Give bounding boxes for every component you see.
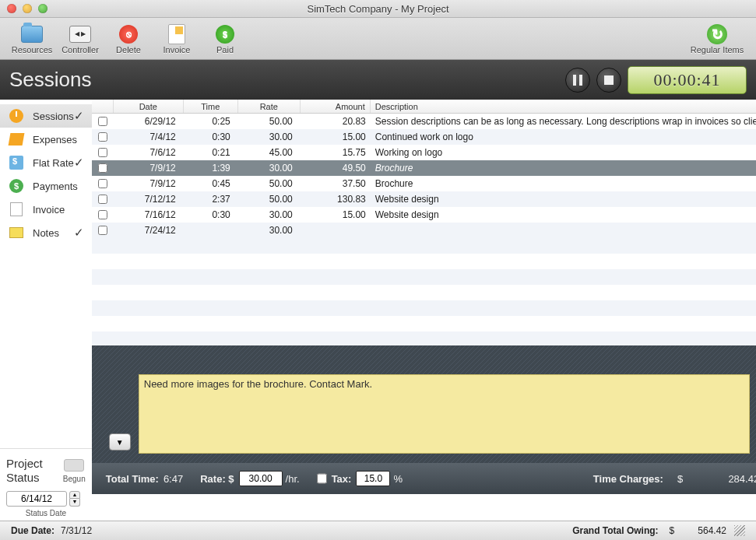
due-date-value: 7/31/12: [61, 525, 92, 536]
total-time-value: 6:47: [164, 473, 183, 485]
cell-description: Working on logo: [371, 145, 756, 160]
page-title: Sessions: [9, 68, 92, 92]
row-checkbox[interactable]: [98, 179, 107, 188]
table-row[interactable]: 7/4/120:3030.0015.00Continued work on lo…: [92, 129, 756, 145]
row-checkbox[interactable]: [98, 226, 107, 235]
cell-time: 0:45: [184, 176, 238, 191]
resize-handle[interactable]: [734, 525, 745, 536]
payments-icon: $: [9, 179, 23, 193]
window-title: SimTech Company - My Project: [0, 3, 756, 15]
cell-description: Website design: [371, 207, 756, 223]
cell-amount: 130.83: [301, 191, 371, 207]
cell-description: Website design: [371, 191, 756, 207]
toolbar: Resources ◀▶Controller ⦸Delete Invoice $…: [0, 18, 756, 60]
controller-button[interactable]: ◀▶Controller: [56, 23, 104, 54]
regular-items-button[interactable]: ↻Regular Items: [686, 23, 748, 54]
sidebar-item-notes[interactable]: Notes✓: [0, 221, 92, 244]
cell-date: 6/29/12: [114, 114, 184, 129]
delete-icon: ⦸: [119, 25, 138, 44]
sidebar-item-label: Payments: [33, 181, 78, 192]
cell-description: Brochure: [371, 160, 756, 176]
col-header-description[interactable]: Description: [371, 100, 756, 113]
cell-date: 7/16/12: [114, 207, 184, 223]
rate-input[interactable]: [239, 471, 283, 486]
row-checkbox[interactable]: [98, 148, 107, 157]
cell-amount: [301, 223, 371, 238]
table-row[interactable]: 7/9/121:3930.0049.50Brochure: [92, 160, 756, 176]
stop-button[interactable]: [596, 68, 621, 93]
note-text[interactable]: Need more images for the brochure. Conta…: [139, 374, 750, 454]
sidebar-item-invoice[interactable]: Invoice: [0, 198, 92, 221]
sidebar-item-flat-rate[interactable]: Flat Rate✓: [0, 151, 92, 174]
controller-icon: ◀▶: [69, 26, 91, 43]
table-row[interactable]: 7/6/120:2145.0015.75Working on logo: [92, 145, 756, 160]
grand-total-value: 564.42: [698, 525, 726, 536]
table-row[interactable]: 7/24/1230.00: [92, 223, 756, 238]
sessions-icon: [9, 109, 23, 123]
table-row[interactable]: 7/16/120:3030.0015.00Website design: [92, 207, 756, 223]
paid-button[interactable]: $Paid: [201, 23, 249, 54]
delete-button[interactable]: ⦸Delete: [104, 23, 153, 54]
cell-time: 0:30: [184, 207, 238, 223]
tax-input[interactable]: [356, 471, 390, 486]
check-icon: ✓: [74, 156, 84, 170]
chevron-down-icon: ▼: [116, 438, 124, 447]
begun-status[interactable]: Begun: [63, 459, 86, 483]
date-stepper[interactable]: ▲▼: [69, 491, 80, 507]
cell-time: 2:37: [184, 191, 238, 207]
cell-description: [371, 223, 756, 238]
cell-date: 7/6/12: [114, 145, 184, 160]
notes-icon: [9, 227, 23, 238]
status-date-label: Status Date: [6, 509, 86, 517]
cell-date: 7/9/12: [114, 160, 184, 176]
row-checkbox[interactable]: [98, 132, 107, 142]
expand-notes-button[interactable]: ▼: [109, 433, 131, 451]
cell-rate: 30.00: [238, 223, 301, 238]
cell-rate: 30.00: [238, 160, 301, 176]
flat-rate-icon: [9, 156, 23, 170]
paid-icon: $: [216, 25, 234, 44]
cell-time: 1:39: [184, 160, 238, 176]
cell-rate: 30.00: [238, 129, 301, 145]
summary-bar: Total Time:6:47 Rate: $/hr. Tax:% Time C…: [92, 463, 756, 494]
titlebar: SimTech Company - My Project: [0, 0, 756, 18]
cell-description: Continued work on logo: [371, 129, 756, 145]
status-date-input[interactable]: [6, 491, 67, 507]
col-header-rate[interactable]: Rate: [238, 100, 301, 113]
cell-rate: 45.00: [238, 145, 301, 160]
row-checkbox[interactable]: [98, 195, 107, 204]
cell-amount: 15.00: [301, 207, 371, 223]
col-header-date[interactable]: Date: [114, 100, 184, 113]
table-body: 6/29/120:2550.0020.83Session description…: [92, 114, 756, 345]
cell-date: 7/9/12: [114, 176, 184, 191]
timer-display: 00:00:41: [628, 66, 747, 94]
row-checkbox[interactable]: [98, 210, 107, 219]
table-header: Date Time Rate Amount Description: [92, 100, 756, 114]
due-date-label: Due Date:: [11, 525, 55, 536]
row-checkbox[interactable]: [98, 163, 107, 173]
invoice-button[interactable]: Invoice: [153, 23, 201, 54]
cell-amount: 49.50: [301, 160, 371, 176]
resources-button[interactable]: Resources: [8, 23, 56, 54]
sidebar-item-label: Expenses: [33, 134, 77, 146]
cell-time: 0:30: [184, 129, 238, 145]
notes-area: ▼ Need more images for the brochure. Con…: [92, 345, 756, 463]
col-header-amount[interactable]: Amount: [301, 100, 371, 113]
sidebar-item-sessions[interactable]: Sessions✓: [0, 104, 92, 128]
cell-rate: 50.00: [238, 176, 301, 191]
time-charges-value: 284.42: [697, 473, 756, 485]
refresh-icon: ↻: [707, 24, 727, 44]
table-row[interactable]: 7/9/120:4550.0037.50Brochure: [92, 176, 756, 191]
pause-button[interactable]: [565, 68, 590, 93]
printer-icon: [64, 459, 84, 472]
cell-time: 0:25: [184, 114, 238, 129]
tax-checkbox[interactable]: [317, 471, 327, 486]
table-row[interactable]: 7/12/122:3750.00130.83Website design: [92, 191, 756, 207]
table-row[interactable]: 6/29/120:2550.0020.83Session description…: [92, 114, 756, 129]
col-header-time[interactable]: Time: [184, 100, 238, 113]
cell-description: Session descriptions can be as long as n…: [371, 114, 756, 129]
row-checkbox[interactable]: [98, 117, 107, 126]
cell-rate: 50.00: [238, 191, 301, 207]
sidebar-item-expenses[interactable]: Expenses: [0, 128, 92, 151]
sidebar-item-payments[interactable]: $Payments: [0, 174, 92, 198]
